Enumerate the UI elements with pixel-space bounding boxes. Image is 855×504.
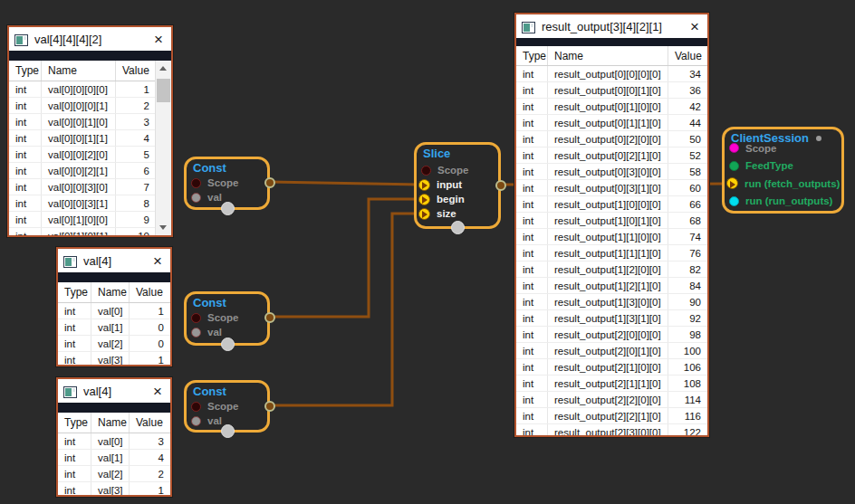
close-button[interactable]: × — [151, 33, 166, 46]
table-row[interactable]: intresult_output[0][0][1][0]36 — [516, 82, 707, 99]
table-row[interactable]: intval[0]1 — [58, 303, 170, 319]
table-row[interactable]: intresult_output[0][3][1][0]60 — [516, 180, 707, 196]
table-row[interactable]: intresult_output[1][3][1][0]92 — [516, 310, 707, 327]
table-row[interactable]: intval[2]0 — [58, 336, 170, 352]
input-port-connected-icon[interactable] — [418, 179, 430, 191]
wire-const1-to-slice-input[interactable] — [270, 182, 420, 185]
column-header-value[interactable]: Value — [668, 46, 707, 65]
table-row[interactable]: intresult_output[1][1][0][0]74 — [516, 229, 707, 245]
input-port-icon[interactable] — [191, 178, 201, 188]
node-const-2[interactable]: ConstScopeval — [184, 291, 270, 346]
input-port-icon[interactable] — [191, 328, 201, 338]
table-row[interactable]: intresult_output[0][1][0][0]42 — [516, 99, 707, 115]
table-row[interactable]: intresult_output[1][2][0][0]82 — [516, 262, 707, 278]
node-const-3[interactable]: ConstScopeval — [184, 380, 270, 433]
column-header-type[interactable]: Type — [58, 282, 91, 302]
table-row[interactable]: intresult_output[2][0][1][0]100 — [516, 343, 707, 359]
table-row[interactable]: intval[1]4 — [58, 450, 170, 466]
table-row[interactable]: intval[0][0][1][1]4 — [9, 130, 156, 147]
column-header-name[interactable]: Name — [91, 282, 130, 302]
table-row[interactable]: intval[0][0][2][0]5 — [9, 147, 156, 163]
input-port-connected-icon[interactable] — [418, 208, 430, 220]
table-row[interactable]: intresult_output[1][0][1][0]68 — [516, 213, 707, 229]
input-port-icon[interactable] — [421, 166, 431, 176]
input-port-icon[interactable] — [729, 143, 739, 153]
table-row[interactable]: intresult_output[1][1][1][0]76 — [516, 245, 707, 262]
table-row[interactable]: intresult_output[0][2][1][0]52 — [516, 147, 707, 164]
table-row[interactable]: intval[0][1][0][1]10 — [9, 228, 156, 235]
table-row[interactable]: intresult_output[2][2][1][0]116 — [516, 408, 707, 424]
table-window-val4-b[interactable]: val[4]×TypeNameValueintval[0]3intval[1]4… — [56, 377, 172, 497]
table-row[interactable]: intresult_output[2][1][0][0]106 — [516, 359, 707, 376]
column-header-value[interactable]: Value — [130, 413, 170, 433]
table-row[interactable]: intval[0][0][2][1]6 — [9, 163, 156, 179]
table-row[interactable]: intval[1]0 — [58, 319, 170, 336]
window-titlebar[interactable]: val[4][4][4][2]× — [9, 27, 171, 51]
input-port-icon[interactable] — [191, 402, 201, 412]
table-row[interactable]: intval[0][0][0][0]1 — [9, 81, 156, 98]
table-row[interactable]: intval[3]1 — [58, 352, 170, 365]
column-header-type[interactable]: Type — [9, 61, 42, 81]
node-handle[interactable] — [221, 424, 235, 438]
table-row[interactable]: intresult_output[1][0][0][0]66 — [516, 196, 707, 213]
output-port-icon[interactable] — [264, 177, 275, 188]
table-row[interactable]: intval[0][0][1][0]3 — [9, 114, 156, 130]
table-row[interactable]: intresult_output[0][1][1][0]44 — [516, 115, 707, 131]
table-window-val4442[interactable]: val[4][4][4][2]×TypeNameValueintval[0][0… — [7, 25, 173, 237]
table-window-val4-a[interactable]: val[4]×TypeNameValueintval[0]1intval[1]0… — [56, 247, 172, 366]
close-button[interactable]: × — [150, 385, 165, 398]
table-row[interactable]: intresult_output[0][2][0][0]50 — [516, 131, 707, 147]
node-const-1[interactable]: ConstScopeval — [184, 157, 270, 210]
output-port-icon[interactable] — [495, 180, 506, 191]
input-port-icon[interactable] — [191, 416, 201, 426]
input-port-connected-icon[interactable] — [418, 194, 430, 205]
close-button[interactable]: × — [687, 20, 702, 33]
column-header-name[interactable]: Name — [42, 61, 116, 81]
table-row[interactable]: intval[3]1 — [58, 482, 170, 495]
column-header-type[interactable]: Type — [58, 413, 91, 433]
column-header-type[interactable]: Type — [516, 46, 548, 65]
table-row[interactable]: intval[0][0][0][1]2 — [9, 98, 156, 114]
input-port-icon[interactable] — [729, 161, 739, 171]
table-row[interactable]: intval[2]2 — [58, 466, 170, 482]
node-handle[interactable] — [221, 338, 235, 351]
output-port-icon[interactable] — [264, 401, 275, 412]
table-row[interactable]: intresult_output[2][3][0][0]122 — [516, 424, 707, 435]
node-handle[interactable] — [221, 202, 235, 215]
window-titlebar[interactable]: result_output[3][4][2][1]× — [516, 14, 707, 38]
input-port-icon[interactable] — [191, 193, 201, 203]
input-port-icon[interactable] — [191, 313, 201, 323]
node-client-session[interactable]: ClientSessionScopeFeedTyperun (fetch_out… — [722, 127, 844, 214]
window-titlebar[interactable]: val[4]× — [58, 249, 170, 272]
node-slice[interactable]: SliceScopeinputbeginsize — [414, 142, 501, 229]
column-header-value[interactable]: Value — [130, 282, 170, 302]
table-row[interactable]: intresult_output[2][0][0][0]98 — [516, 327, 707, 343]
column-header-value[interactable]: Value — [116, 61, 156, 81]
input-port-icon[interactable] — [729, 196, 739, 206]
wire-const2-to-slice-begin[interactable] — [270, 199, 420, 317]
table-row[interactable]: intval[0][0][3][0]7 — [9, 179, 156, 195]
table-row[interactable]: intval[0][1][0][0]9 — [9, 212, 156, 228]
table-row[interactable]: intresult_output[1][2][1][0]84 — [516, 278, 707, 294]
scroll-up-icon[interactable] — [159, 66, 167, 71]
wire-const3-to-slice-size[interactable] — [270, 214, 420, 405]
node-editor-canvas[interactable]: ConstScopeval ConstScopeval ConstScopeva… — [0, 0, 855, 504]
table-row[interactable]: intresult_output[1][3][0][0]90 — [516, 294, 707, 310]
table-row[interactable]: intval[0]3 — [58, 433, 170, 450]
output-port-icon[interactable] — [264, 312, 275, 323]
table-row[interactable]: intresult_output[2][1][1][0]108 — [516, 376, 707, 392]
window-titlebar[interactable]: val[4]× — [58, 379, 170, 403]
vertical-scrollbar[interactable] — [155, 61, 171, 235]
table-row[interactable]: intresult_output[0][3][0][0]58 — [516, 164, 707, 180]
node-handle[interactable] — [451, 221, 465, 234]
table-window-result-output[interactable]: result_output[3][4][2][1]×TypeNameValuei… — [514, 13, 709, 437]
close-button[interactable]: × — [150, 254, 165, 268]
table-row[interactable]: intresult_output[0][0][0][0]34 — [516, 66, 707, 82]
table-row[interactable]: intval[0][0][3][1]8 — [9, 195, 156, 212]
scrollbar-thumb[interactable] — [157, 79, 170, 102]
column-header-name[interactable]: Name — [548, 46, 668, 65]
table-row[interactable]: intresult_output[2][2][0][0]114 — [516, 392, 707, 408]
scroll-down-icon[interactable] — [159, 225, 167, 230]
input-port-connected-icon[interactable] — [726, 177, 738, 189]
column-header-name[interactable]: Name — [91, 413, 130, 433]
